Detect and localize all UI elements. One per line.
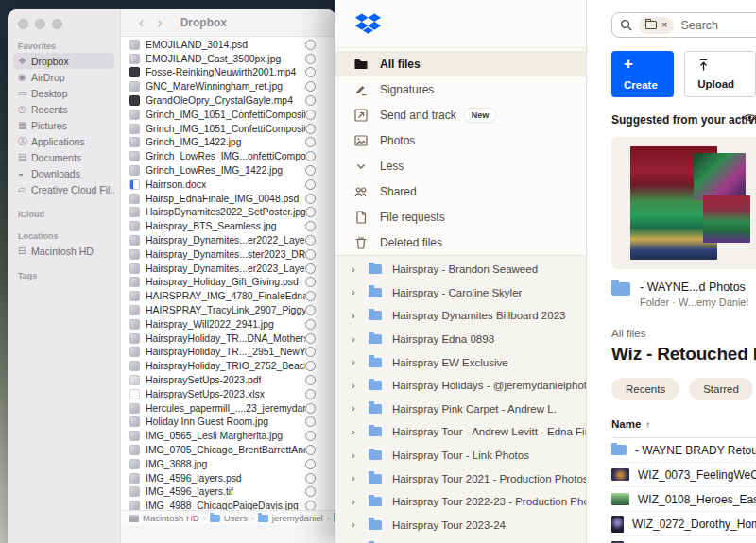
- suggested-card[interactable]: [611, 137, 756, 269]
- back-icon[interactable]: ‹: [132, 15, 150, 30]
- path-segment[interactable]: Macintosh HD ›: [129, 513, 210, 523]
- finder-file-row[interactable]: HairsprayHoliday_TR..._2951_NewYears.jpg: [121, 346, 336, 360]
- tree-folder-row[interactable]: › Hairspray Holidays - @jeremydanielphot…: [335, 374, 586, 398]
- finder-sidebar-entry[interactable]: Desktop: [13, 85, 114, 101]
- path-segment[interactable]: jeremydaniel ›: [258, 513, 334, 523]
- finder-sidebar-entry[interactable]: Recents: [13, 101, 114, 117]
- finder-file-row[interactable]: Hercules_papermill_....23_jeremydaniel.j…: [121, 401, 336, 416]
- finder-sidebar-entry[interactable]: Tags: [18, 271, 120, 280]
- chevron-right-icon[interactable]: ›: [352, 381, 360, 391]
- filter-chip[interactable]: Recents: [611, 378, 679, 400]
- finder-file-row[interactable]: Hairspray_Holiday_Gift_Giving.psd: [121, 276, 336, 290]
- eye-icon[interactable]: [743, 112, 756, 126]
- finder-sidebar-entry[interactable]: AirDrop: [13, 69, 114, 85]
- file-table-row[interactable]: - WAYNE BRADY Retouched: [611, 438, 756, 463]
- minimize-window-button[interactable]: [35, 19, 45, 29]
- chevron-right-icon[interactable]: ›: [352, 473, 360, 484]
- chevron-right-icon[interactable]: ›: [352, 311, 360, 321]
- finder-file-row[interactable]: IMG_4596_layers.psd: [121, 471, 336, 485]
- finder-sidebar-entry[interactable]: Downloads: [13, 165, 114, 181]
- chevron-right-icon[interactable]: ›: [352, 519, 360, 530]
- dropbox-nav-item[interactable]: Shared: [335, 178, 586, 204]
- close-icon[interactable]: ×: [662, 20, 667, 30]
- file-table-row[interactable]: WIZ_0272_Dorothy_Home.jpg: [611, 512, 756, 536]
- finder-sidebar-entry[interactable]: Documents: [13, 149, 114, 165]
- chevron-right-icon[interactable]: ›: [352, 450, 360, 461]
- finder-file-row[interactable]: Grinch_IMG_1051_ConfettiComposite.psd: [121, 122, 336, 136]
- tree-folder-row[interactable]: › Hairspray - Brandon Seaweed: [335, 258, 586, 281]
- finder-file-row[interactable]: Grinch_LowRes_IMG_1422.jpg: [121, 163, 336, 178]
- finder-sidebar-entry[interactable]: Favorites: [18, 42, 120, 51]
- finder-file-row[interactable]: HAIRSPRAY_IMG_4780_FinaleEdna.psd: [121, 289, 336, 303]
- finder-sidebar-entry[interactable]: Locations: [18, 231, 120, 241]
- finder-file-row[interactable]: GNC_MareWinningham_ret.jpg: [121, 79, 336, 93]
- chevron-right-icon[interactable]: ›: [352, 427, 360, 437]
- finder-sidebar-entry[interactable]: Pictures: [13, 117, 114, 133]
- finder-file-row[interactable]: Hairspray_Dynamites...ster2023_DRAFT.jpg: [121, 247, 336, 262]
- tree-folder-row[interactable]: › Hairspray Tour - Andrew Levitt - Edna …: [335, 420, 586, 444]
- chevron-right-icon[interactable]: ›: [352, 357, 360, 367]
- dropbox-nav-item[interactable]: Less: [335, 153, 586, 178]
- finder-file-row[interactable]: Grinch_LowRes_IMG...onfettiComposite.jpg: [121, 149, 336, 163]
- finder-file-row[interactable]: HairspraySetUps-2023.xlsx: [121, 387, 336, 401]
- finder-file-row[interactable]: HairspraySetUps-2023.pdf: [121, 373, 336, 387]
- finder-sidebar-entry[interactable]: Macintosh HD: [13, 243, 114, 259]
- tree-folder-row[interactable]: › Hairspray - Caroline Skyler: [335, 281, 586, 305]
- finder-file-row[interactable]: Hairspray_Dynamites...er2023_Layered.psd: [121, 262, 336, 276]
- finder-sidebar-entry[interactable]: Applications: [13, 133, 114, 149]
- finder-file-row[interactable]: EMOJILAND_3014.psd: [121, 38, 336, 52]
- finder-file-row[interactable]: IMG_0705_Chicago_BrentBarrettAndCo.jpg: [121, 443, 336, 457]
- dropbox-nav-item[interactable]: Photos: [335, 127, 586, 153]
- chevron-right-icon[interactable]: ›: [352, 334, 360, 345]
- finder-file-row[interactable]: IMG_4988_ChicagoPaigeDavis.jpg: [121, 499, 336, 510]
- tree-folder-row[interactable]: › Hairspray Edna 0898: [335, 328, 586, 351]
- search-filter-chip[interactable]: ×: [639, 17, 674, 34]
- finder-file-row[interactable]: GrandOleOpry_CrystalGayle.mp4: [121, 93, 336, 108]
- finder-file-row[interactable]: Hairrson.docx: [121, 178, 336, 192]
- name-column-header[interactable]: Name↑: [611, 418, 756, 438]
- chevron-right-icon[interactable]: ›: [352, 403, 360, 414]
- tree-folder-row-partial[interactable]: ›: [335, 536, 586, 543]
- zoom-window-button[interactable]: [52, 19, 62, 29]
- finder-file-row[interactable]: Hairspray_Dynamites...er2022_Layered.psd: [121, 233, 336, 247]
- finder-file-row[interactable]: Grinch_IMG_1051_ConfettiComposite.jpg: [121, 108, 336, 122]
- finder-sidebar-entry[interactable]: Creative Cloud Fil...: [13, 181, 114, 197]
- forward-icon[interactable]: ›: [150, 15, 168, 30]
- tree-folder-row[interactable]: › Hairspray Tour 2021 - Production Photo…: [335, 467, 586, 490]
- finder-file-row[interactable]: HairsprayHoliday_TR...DNA_MothersDay.jpg: [121, 331, 336, 346]
- finder-file-row[interactable]: IMG_3688.jpg: [121, 457, 336, 471]
- finder-sidebar-entry[interactable]: Dropbox: [13, 53, 114, 69]
- create-button[interactable]: + Create: [611, 51, 674, 97]
- path-segment[interactable]: Users ›: [210, 513, 258, 523]
- finder-file-row[interactable]: IMG_4596_layers.tif: [121, 485, 336, 500]
- upload-button[interactable]: Upload: [684, 51, 756, 97]
- file-table-row[interactable]: WIZ_0108_Heroes_EaseOnDown.jpg: [611, 487, 756, 512]
- chevron-right-icon[interactable]: ›: [352, 287, 360, 297]
- finder-file-row[interactable]: Hairspray_Will2022_2941.jpg: [121, 317, 336, 331]
- finder-sidebar-entry[interactable]: iCloud: [18, 210, 120, 219]
- finder-file-row[interactable]: HAIRSPRAY_TracyLink_2907_Piggyback.jpg: [121, 303, 336, 317]
- finder-file-row[interactable]: Fosse-ReinkingNeuwirth2001.mp4: [121, 66, 336, 80]
- file-table-row[interactable]: [611, 536, 756, 543]
- breadcrumb[interactable]: All files: [611, 328, 756, 339]
- tree-folder-row[interactable]: › Hairspray EW Exclusive: [335, 350, 586, 374]
- tree-folder-row[interactable]: › Hairspray Pink Carpet - Andrew L.: [335, 398, 586, 421]
- finder-file-row[interactable]: Holiday Inn Guest Room.jpg: [121, 416, 336, 430]
- close-window-button[interactable]: [18, 19, 28, 29]
- finder-file-row[interactable]: Grinch_IMG_1422.jpg: [121, 136, 336, 150]
- dropbox-nav-item[interactable]: Deleted files: [335, 229, 586, 255]
- suggested-folder-row[interactable]: - WAYNE...d Photos Folder · W...emy Dani…: [611, 280, 756, 308]
- filter-chip[interactable]: Starred: [689, 378, 753, 400]
- dropbox-nav-item[interactable]: Send and track New: [335, 102, 586, 127]
- dropbox-nav-item[interactable]: All files: [335, 51, 586, 76]
- finder-file-row[interactable]: IMG_0565_Lesli Margherita.jpg: [121, 429, 336, 443]
- dropbox-nav-item[interactable]: File requests: [335, 204, 586, 229]
- finder-file-row[interactable]: HairsprayHoliday_TRIO_2752_Beachball.jpg: [121, 359, 336, 373]
- file-table-row[interactable]: WIZ_0073_FeelingWeOnceHad.jpg: [611, 463, 756, 487]
- finder-file-row[interactable]: EMOJILAND_Cast_3500px.jpg: [121, 52, 336, 66]
- finder-file-row[interactable]: Hairspray_BTS_Seamless.jpg: [121, 219, 336, 233]
- finder-file-row[interactable]: Hairsp_EdnaFinale_IMG_0048.psd: [121, 192, 336, 206]
- tree-folder-row[interactable]: › Hairspray Tour 2023-24: [335, 514, 586, 537]
- dropbox-nav-item[interactable]: Signatures: [335, 76, 586, 102]
- tree-folder-row[interactable]: › Hairspray Dynamites Billboard 2023: [335, 304, 586, 328]
